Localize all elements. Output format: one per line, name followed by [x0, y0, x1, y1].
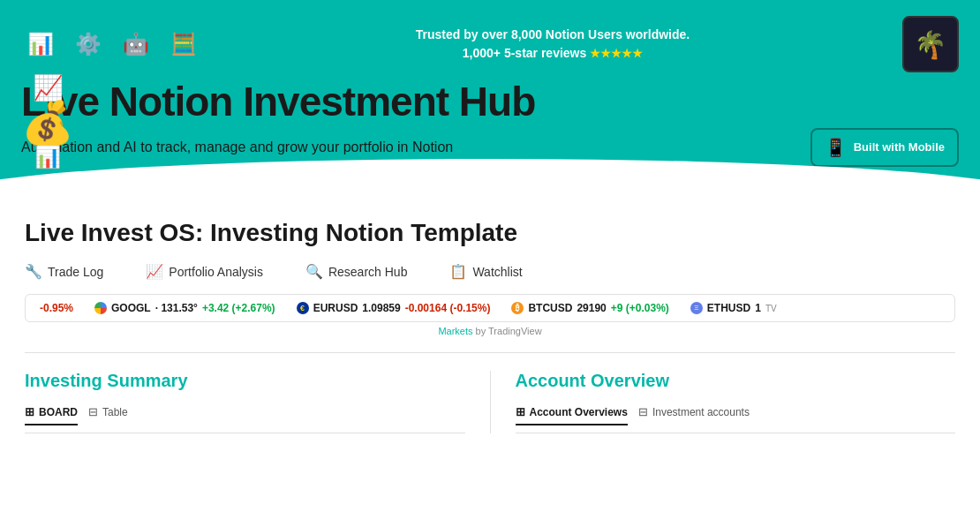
board-label: BOARD — [39, 406, 78, 418]
section-account-overview: Account Overview ⊞ Account Overviews ⊟ I… — [491, 371, 956, 433]
header-icons: 📊 ⚙️ 🤖 🧮 — [21, 25, 203, 64]
account-overviews-icon: ⊞ — [516, 405, 525, 418]
investing-divider — [25, 433, 465, 433]
tab-research-label: Research Hub — [328, 265, 408, 279]
research-icon: 🔍 — [305, 263, 323, 280]
header-banner: 📊 ⚙️ 🤖 🧮 Trusted by over 8,000 Notion Us… — [0, 0, 980, 194]
header-title: Live Notion Investment Hub — [21, 79, 959, 124]
ticker-googl: GOOGL · 131.53° +3.42 (+2.67%) — [94, 302, 275, 314]
ticker-item-neg: -0.95% — [40, 302, 73, 314]
tab-portfolio-label: Portfolio Analysis — [169, 265, 263, 279]
stars: ★★★★★ — [590, 47, 643, 60]
eur-price: 1.09859 — [362, 302, 400, 314]
watchlist-icon: 📋 — [449, 263, 467, 280]
mobile-badge-label: Built with Mobile — [854, 140, 945, 154]
googl-symbol: GOOGL — [111, 302, 151, 314]
section-investing-summary: Investing Summary ⊞ BOARD ⊟ Table — [25, 371, 491, 433]
mobile-badge[interactable]: 📱 Built with Mobile — [810, 128, 959, 167]
googl-price: · 131.53° — [155, 302, 198, 314]
cube-icon: 🌴 — [902, 16, 959, 72]
trusted-text-block: Trusted by over 8,000 Notion Users world… — [416, 26, 690, 63]
nav-tabs: 🔧 Trade Log 📈 Portfolio Analysis 🔍 Resea… — [25, 263, 955, 280]
tab-trade-log-label: Trade Log — [48, 265, 103, 279]
btc-icon: ₿ — [511, 302, 524, 314]
investment-accounts-tab[interactable]: ⊟ Investment accounts — [638, 405, 750, 425]
ticker-bar: -0.95% GOOGL · 131.53° +3.42 (+2.67%) € … — [25, 294, 955, 322]
tab-watchlist[interactable]: 📋 Watchlist — [449, 263, 522, 280]
table-view-tab[interactable]: ⊟ Table — [88, 405, 128, 425]
ticker-tv-logo: TV — [765, 304, 777, 313]
account-view-tabs: ⊞ Account Overviews ⊟ Investment account… — [516, 405, 956, 425]
ticker-btcusd: ₿ BTCUSD 29190 +9 (+0.03%) — [511, 302, 668, 314]
bottom-sections: Investing Summary ⊞ BOARD ⊟ Table Accoun… — [25, 352, 955, 433]
mobile-badge-icon: 📱 — [825, 137, 847, 158]
investment-accounts-icon: ⊟ — [638, 405, 648, 418]
header-subtitle: Automation and AI to track, manage and g… — [21, 139, 453, 155]
portfolio-icon: 📈 — [146, 263, 163, 280]
main-content: Live Invest OS: Investing Notion Templat… — [0, 194, 980, 433]
robot-icon: 🤖 — [117, 25, 155, 64]
tab-trade-log[interactable]: 🔧 Trade Log — [25, 263, 103, 280]
ticker-attribution: Markets by TradingView — [25, 326, 955, 336]
eur-change: -0.00164 (-0.15%) — [405, 302, 491, 314]
eth-icon: Ξ — [690, 302, 703, 314]
money-graphic: 📈 💰 📊 — [21, 76, 74, 168]
trade-log-icon: 🔧 — [25, 263, 42, 280]
page-title: Live Invest OS: Investing Notion Templat… — [25, 219, 955, 247]
tab-portfolio-analysis[interactable]: 📈 Portfolio Analysis — [146, 263, 263, 280]
eur-symbol: EURUSD — [313, 302, 358, 314]
investment-accounts-label: Investment accounts — [652, 406, 750, 418]
tab-watchlist-label: Watchlist — [472, 265, 522, 279]
ticker-change-neg-1: -0.95% — [40, 302, 73, 314]
chart-icon: 📊 — [21, 25, 60, 64]
google-icon — [94, 302, 107, 314]
account-overviews-tab[interactable]: ⊞ Account Overviews — [516, 405, 628, 425]
eur-icon: € — [297, 302, 309, 314]
investing-view-tabs: ⊞ BOARD ⊟ Table — [25, 405, 465, 425]
board-view-tab[interactable]: ⊞ BOARD — [25, 405, 78, 425]
btc-price: 29190 — [577, 302, 606, 314]
account-divider — [516, 433, 956, 433]
by-tradingview: by TradingView — [476, 326, 542, 336]
table-icon: ⊟ — [88, 405, 98, 418]
account-overviews-label: Account Overviews — [530, 406, 628, 418]
account-overview-title: Account Overview — [516, 371, 956, 391]
eth-symbol: ETHUSD — [707, 302, 750, 314]
markets-label: Markets — [438, 326, 472, 336]
eth-price: 1 — [755, 302, 761, 314]
btc-change: +9 (+0.03%) — [611, 302, 669, 314]
tab-research-hub[interactable]: 🔍 Research Hub — [305, 263, 408, 280]
trusted-line1: Trusted by over 8,000 Notion Users world… — [416, 26, 690, 44]
board-icon: ⊞ — [25, 405, 34, 418]
table-label: Table — [102, 406, 128, 418]
ticker-ethusd: Ξ ETHUSD 1 TV — [690, 302, 777, 314]
gear-icon: ⚙️ — [69, 25, 108, 64]
googl-change: +3.42 (+2.67%) — [202, 302, 275, 314]
calculator-icon: 🧮 — [164, 25, 203, 64]
investing-summary-title: Investing Summary — [25, 371, 465, 391]
btc-symbol: BTCUSD — [528, 302, 572, 314]
trusted-line2: 1,000+ 5-star reviews ★★★★★ — [416, 44, 690, 63]
ticker-eurusd: € EURUSD 1.09859 -0.00164 (-0.15%) — [297, 302, 491, 314]
